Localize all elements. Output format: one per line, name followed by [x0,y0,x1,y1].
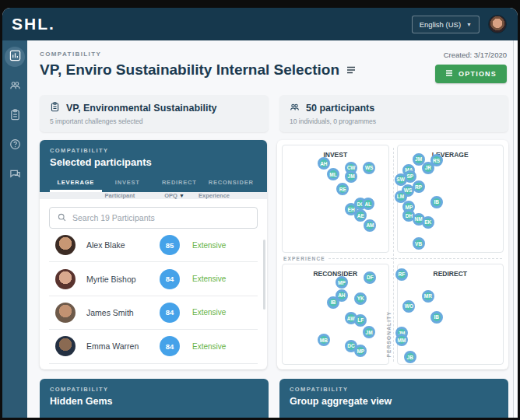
page-eyebrow: COMPATIBILITY [40,51,356,58]
main-content: COMPATIBILITY VP, Enviro Sustainability … [27,40,513,418]
role-card-subtitle: 5 important challenges selected [50,117,258,125]
tab-reconsider[interactable]: RECONSIDER [206,174,258,192]
tab-invest[interactable]: INVEST [102,174,154,192]
participant-bubble[interactable]: JB [404,351,416,363]
panel-eyebrow: COMPATIBILITY [50,147,257,154]
participant-row[interactable]: James Smith84Extensive [49,296,258,330]
sidebar-nav [2,40,27,418]
participant-bubble[interactable]: JR [422,162,434,174]
sort-caret-icon: ▼ [179,193,184,198]
sidebar-item-help[interactable] [5,135,25,156]
participant-bubble[interactable]: EK [422,216,434,229]
participant-bubble[interactable]: YK [354,292,367,305]
participant-bubble[interactable]: AE [354,209,367,222]
participant-name: Alex Blake [86,240,160,250]
panel-header: COMPATIBILITY Selected participants LEVE… [40,140,267,192]
participant-name: Emma Warren [86,341,160,351]
participant-name: James Smith [86,308,160,317]
opq-score-badge: 84 [160,303,180,323]
participant-row[interactable]: Myrtie Bishop84Extensive [49,262,258,296]
sidebar-item-projects[interactable] [5,106,25,126]
quadrant-chart-card: INVEST AHMLCWJMWSREEHDGALAEAM LEVERAGE J… [277,140,508,369]
user-avatar[interactable] [488,15,507,33]
participant-avatar [55,336,76,356]
dashboard-icon [9,50,21,65]
quadrant-reconsider: RECONSIDER DFMPAHYKIBAWLFJMMBDCMP [282,264,389,365]
experience-level: Extensive [192,275,226,283]
card-title: Group aggregate view [290,396,498,407]
participant-search[interactable] [49,207,258,229]
participant-bubble[interactable]: AH [318,157,330,170]
users-icon [9,79,21,94]
participant-rows: Alex Blake85ExtensiveMyrtie Bishop84Exte… [49,229,258,369]
participant-bubble[interactable]: RP [413,180,425,193]
language-selector[interactable]: English (US) ▼ [412,16,480,33]
participant-row[interactable]: Emma Warren84Extensive [49,330,258,363]
created-date: Created: 3/17/2020 [444,51,507,59]
chat-icon [9,168,21,183]
participant-avatar [55,235,76,255]
participant-bubble[interactable]: WO [402,300,415,313]
personality-axis-label: PERSONALITY [386,311,392,357]
quadrant-leverage: LEVERAGE JMRSJRMASPSWRPWSLMIBMPDHNMEKVB [397,145,504,253]
opq-score-badge: 84 [160,336,180,356]
participants-list: Alex Blake85ExtensiveMyrtie Bishop84Exte… [40,199,267,369]
quadrant-tabs: LEVERAGE INVEST REDIRECT RECONSIDER [50,174,257,192]
clipboard-icon [50,102,60,114]
experience-level: Extensive [192,241,226,250]
participant-row[interactable]: Alex Blake85Extensive [49,229,258,262]
participant-bubble[interactable]: MP [336,276,348,289]
list-column-headers: Participant OPQ ▼ Experience [40,192,267,199]
participant-bubble[interactable]: RF [395,268,408,281]
participant-bubble[interactable]: IB [430,196,443,208]
participant-bubble[interactable]: RE [336,183,349,195]
hidden-gems-card[interactable]: COMPATIBILITY Hidden Gems [40,379,269,418]
participants-card-title: 50 participants [306,103,374,114]
participant-bubble[interactable]: DF [364,271,376,284]
participant-bubble[interactable]: IB [327,296,339,309]
search-input[interactable] [72,213,249,222]
participant-bubble[interactable]: MB [318,334,330,346]
group-aggregate-card[interactable]: COMPATIBILITY Group aggregate view [279,379,508,418]
tab-leverage[interactable]: LEVERAGE [50,174,102,192]
tab-redirect[interactable]: REDIRECT [153,174,206,192]
participant-bubble[interactable]: MM [395,334,408,346]
page-title: VP, Enviro Sustainability Internal Selec… [40,61,356,79]
participant-bubble[interactable]: LM [395,191,407,203]
page-scrollbar[interactable] [513,40,518,418]
role-summary-card[interactable]: VP, Environmental Sustainability 5 impor… [40,95,269,132]
title-menu-icon[interactable] [346,66,356,74]
menu-icon [445,70,453,78]
selected-participants-panel: COMPATIBILITY Selected participants LEVE… [40,140,267,369]
panel-title: Selected participants [50,156,257,168]
chevron-down-icon: ▼ [466,22,472,27]
participant-bubble[interactable]: MP [354,345,367,357]
sidebar-item-participants[interactable] [5,76,25,96]
participant-bubble[interactable]: LF [354,314,367,327]
participant-bubble[interactable]: JM [363,326,375,338]
participant-avatar [55,303,76,323]
participant-bubble[interactable]: AL [362,198,374,210]
participant-bubble[interactable]: WS [363,162,375,174]
participant-bubble[interactable]: IB [430,311,443,324]
participant-bubble[interactable]: VB [413,237,425,250]
participant-bubble[interactable]: JM [345,170,357,183]
participant-name: Myrtie Bishop [86,275,160,284]
opq-score-badge: 85 [160,235,180,255]
participants-summary-card[interactable]: 50 participants 10 individuals, 0 progra… [279,95,508,132]
column-participant: Participant [83,192,156,199]
participants-card-subtitle: 10 individuals, 0 programmes [290,117,498,125]
participant-bubble[interactable]: MR [422,290,434,303]
list-scrollbar[interactable] [263,240,265,310]
users-icon [290,102,300,114]
shl-logo: SHL. [12,15,55,33]
quadrant-title: INVEST [283,151,388,159]
participant-row[interactable]: Christian Ortega83Extensive [49,364,258,369]
options-button[interactable]: OPTIONS [435,65,507,83]
quadrant-invest: INVEST AHMLCWJMWSREEHDGALAEAM [282,145,389,253]
column-opq-sort[interactable]: OPQ ▼ [156,192,192,199]
sidebar-item-dashboard[interactable] [5,47,25,67]
participant-bubble[interactable]: ML [327,168,339,180]
participant-bubble[interactable]: AM [364,219,376,232]
sidebar-item-messages[interactable] [5,165,25,185]
